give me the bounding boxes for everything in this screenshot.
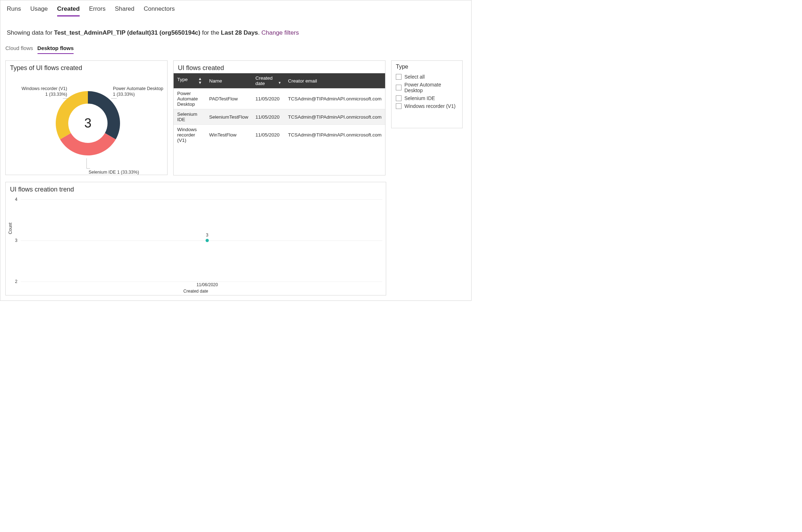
summary-prefix: Showing data for <box>7 29 54 36</box>
table-row[interactable]: Windows recorder (V1) WinTestFlow 11/05/… <box>174 125 385 145</box>
cell-date: 11/05/2020 <box>252 125 284 145</box>
cell-name: WinTestFlow <box>205 125 252 145</box>
cell-date: 11/05/2020 <box>252 89 284 109</box>
cell-type: Windows recorder (V1) <box>174 125 205 145</box>
donut-label-windows-recorder: Windows recorder (V1) 1 (33.33%) <box>21 86 67 97</box>
trend-y-axis-label: Count <box>8 223 13 234</box>
donut-label-line: 1 (33.33%) <box>21 92 67 98</box>
filter-option-label: Power Automate Desktop <box>404 82 458 93</box>
cell-email: TCSAdmin@TIPAdminAPI.onmicrosoft.com <box>284 109 385 125</box>
trend-gridline <box>21 199 382 200</box>
filter-option-select-all[interactable]: Select all <box>396 73 458 81</box>
checkbox-icon[interactable] <box>396 95 402 101</box>
filter-title: Type <box>396 64 458 70</box>
filter-option-windows-recorder[interactable]: Windows recorder (V1) <box>396 102 458 110</box>
cell-name: SeleniumTestFlow <box>205 109 252 125</box>
donut-label-power-automate-desktop: Power Automate Desktop 1 (33.33%) <box>113 86 163 97</box>
filter-option-label: Selenium IDE <box>404 95 435 101</box>
change-filters-link[interactable]: Change filters <box>261 29 299 36</box>
trend-x-axis-label: Created date <box>183 289 208 294</box>
sort-icon[interactable]: ▲▼ <box>198 77 202 85</box>
summary-line: Showing data for Test_test_AdminAPI_TIP … <box>7 29 465 36</box>
summary-mid: for the <box>200 29 221 36</box>
type-filter-card: Type Select all Power Automate Desktop S… <box>391 60 463 128</box>
cell-type: Power Automate Desktop <box>174 89 205 109</box>
trend-ytick: 4 <box>15 197 18 202</box>
filter-option-power-automate-desktop[interactable]: Power Automate Desktop <box>396 81 458 94</box>
tab-connectors[interactable]: Connectors <box>144 4 175 16</box>
col-label: Type <box>177 77 188 82</box>
table-header-row: Type▲▼ Name Created date ▾ Creator email <box>174 73 385 89</box>
table-card: UI flows created Type▲▼ Name Created dat… <box>173 60 385 175</box>
checkbox-icon[interactable] <box>396 74 402 80</box>
subtab-cloud-flows[interactable]: Cloud flows <box>5 44 33 54</box>
col-created-date[interactable]: Created date ▾ <box>252 73 284 89</box>
tab-usage[interactable]: Usage <box>30 4 48 16</box>
cell-name: PADTestFlow <box>205 89 252 109</box>
sort-desc-icon[interactable]: ▾ <box>279 81 281 85</box>
flows-table: Type▲▼ Name Created date ▾ Creator email… <box>174 73 385 145</box>
secondary-tabs: Cloud flows Desktop flows <box>5 44 466 54</box>
trend-point-label: 3 <box>206 233 209 238</box>
cell-date: 11/05/2020 <box>252 109 284 125</box>
trend-data-point[interactable] <box>205 239 209 242</box>
trend-xtick: 11/06/2020 <box>196 282 218 287</box>
summary-suffix: . <box>258 29 261 36</box>
trend-gridline <box>21 240 382 241</box>
tab-created[interactable]: Created <box>57 4 80 16</box>
donut-label-line: Power Automate Desktop <box>113 86 163 92</box>
table-card-title: UI flows created <box>174 61 385 73</box>
cell-email: TCSAdmin@TIPAdminAPI.onmicrosoft.com <box>284 89 385 109</box>
cell-type: Selenium IDE <box>174 109 205 125</box>
tab-runs[interactable]: Runs <box>7 4 21 16</box>
trend-ytick: 3 <box>15 238 18 243</box>
summary-env: Test_test_AdminAPI_TIP (default)31 (org5… <box>54 29 200 36</box>
donut-label-line: Windows recorder (V1) <box>21 86 67 92</box>
checkbox-icon[interactable] <box>396 85 402 90</box>
tab-shared[interactable]: Shared <box>115 4 134 16</box>
col-name[interactable]: Name <box>205 73 252 89</box>
cell-email: TCSAdmin@TIPAdminAPI.onmicrosoft.com <box>284 125 385 145</box>
trend-gridline <box>21 282 382 282</box>
filter-option-selenium-ide[interactable]: Selenium IDE <box>396 94 458 102</box>
filter-option-label: Windows recorder (V1) <box>404 103 455 109</box>
table-row[interactable]: Selenium IDE SeleniumTestFlow 11/05/2020… <box>174 109 385 125</box>
subtab-desktop-flows[interactable]: Desktop flows <box>38 44 74 54</box>
trend-card: UI flows creation trend Count 4 3 2 3 11… <box>5 182 386 295</box>
filter-option-label: Select all <box>404 74 425 80</box>
col-creator-email[interactable]: Creator email <box>284 73 385 89</box>
summary-period: Last 28 Days <box>221 29 258 36</box>
checkbox-icon[interactable] <box>396 103 402 109</box>
col-label: Created date <box>255 75 273 86</box>
trend-ytick: 2 <box>15 279 18 284</box>
donut-label-line: 1 (33.33%) <box>113 92 163 98</box>
col-type[interactable]: Type▲▼ <box>174 73 205 89</box>
primary-tabs: Runs Usage Created Errors Shared Connect… <box>5 0 466 16</box>
types-card: Types of UI flows created 3 <box>5 60 168 175</box>
tab-errors[interactable]: Errors <box>89 4 105 16</box>
trend-card-title: UI flows creation trend <box>6 182 386 195</box>
col-label: Creator email <box>288 78 317 84</box>
types-card-title: Types of UI flows created <box>6 61 167 73</box>
donut-label-selenium-ide: Selenium IDE 1 (33.33%) <box>89 170 139 175</box>
col-label: Name <box>209 78 222 84</box>
table-row[interactable]: Power Automate Desktop PADTestFlow 11/05… <box>174 89 385 109</box>
